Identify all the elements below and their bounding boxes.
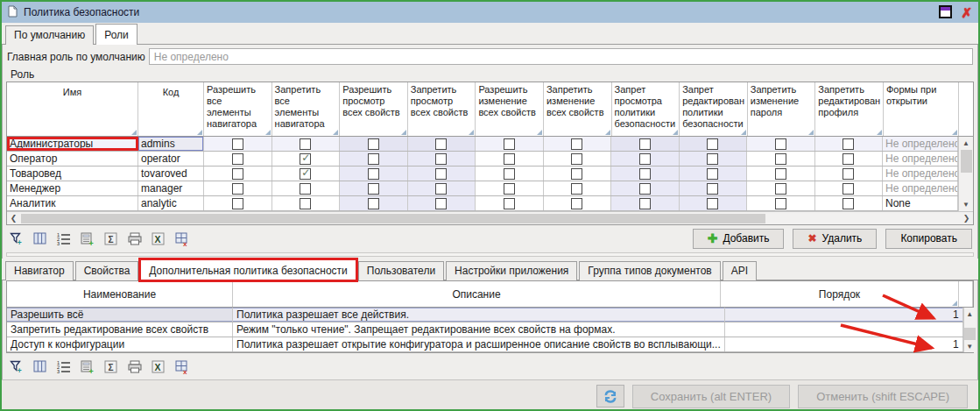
checkbox[interactable] <box>571 153 582 165</box>
checkbox[interactable] <box>300 138 311 150</box>
checkbox-cell[interactable] <box>611 137 680 151</box>
delete-button[interactable]: ✖Удалить <box>793 229 877 249</box>
export-excel-icon[interactable]: X <box>150 230 167 246</box>
policy-order-cell[interactable]: 1 <box>725 337 963 351</box>
checkbox[interactable] <box>843 138 854 150</box>
checkbox[interactable] <box>843 183 854 195</box>
checkbox-cell[interactable] <box>544 181 612 195</box>
column-header[interactable]: Разрешить все элементы навигатора <box>204 82 272 136</box>
checkbox[interactable] <box>232 183 243 195</box>
checkbox[interactable] <box>639 183 651 195</box>
policy-name-cell[interactable]: Разрешить всё <box>7 308 233 322</box>
policy-description-cell[interactable]: Политика разрешает все действия. <box>233 308 725 322</box>
checkbox-cell[interactable] <box>544 152 612 166</box>
checkbox[interactable] <box>639 198 651 209</box>
checkbox[interactable] <box>368 138 379 150</box>
checkbox-cell[interactable] <box>680 152 748 166</box>
column-header[interactable]: Запретить все элементы навигатора <box>272 82 341 136</box>
checkbox-cell[interactable] <box>815 181 884 195</box>
cancel-button[interactable]: Отменить (shift ESCAPE) <box>798 385 968 408</box>
checkbox[interactable] <box>300 183 311 195</box>
checkbox[interactable] <box>232 138 243 150</box>
checkbox-cell[interactable] <box>204 152 272 166</box>
export-excel-icon[interactable]: X <box>150 358 167 374</box>
checkbox[interactable] <box>300 168 311 180</box>
checkbox-cell[interactable] <box>611 152 680 166</box>
remove-columns-icon[interactable]: x <box>173 358 191 374</box>
scroll-down-icon[interactable]: ▼ <box>964 340 976 353</box>
table-row[interactable]: МенеджерmanagerНе определено <box>7 181 958 196</box>
main-role-input[interactable] <box>149 48 973 65</box>
tab-0[interactable]: Навигатор <box>5 261 74 280</box>
checkbox[interactable] <box>843 198 854 209</box>
checkbox-cell[interactable] <box>815 167 884 181</box>
checkbox-cell[interactable] <box>815 152 884 166</box>
checkbox-cell[interactable] <box>340 137 408 151</box>
checkbox-cell[interactable] <box>408 167 476 181</box>
checkbox-cell[interactable] <box>611 196 680 210</box>
roles-vertical-scrollbar[interactable]: ▲ ▼ <box>958 137 973 211</box>
tab-1[interactable]: Свойства <box>75 261 139 280</box>
checkbox-cell[interactable] <box>272 152 341 166</box>
table-row[interactable]: Разрешить всёПолитика разрешает все дейс… <box>7 308 963 322</box>
role-name-cell[interactable]: Аналитик <box>7 196 138 210</box>
sum-icon[interactable]: Σ <box>102 358 120 374</box>
column-header[interactable]: Запретить изменение пароля <box>748 82 816 136</box>
checkbox[interactable] <box>571 183 582 195</box>
column-header[interactable]: Описание <box>233 281 721 307</box>
checkbox-cell[interactable] <box>340 167 408 181</box>
policy-name-cell[interactable]: Запретить редактирование всех свойств <box>7 322 233 337</box>
checkbox[interactable] <box>232 168 243 180</box>
scroll-left-icon[interactable]: ❮ <box>7 212 20 224</box>
maximize-icon[interactable] <box>939 7 952 18</box>
scroll-thumb[interactable] <box>961 150 972 173</box>
column-header[interactable]: Код <box>138 82 204 136</box>
tab-1[interactable]: Роли <box>95 24 137 45</box>
checkbox[interactable] <box>571 138 582 150</box>
checkbox[interactable] <box>707 198 718 209</box>
checkbox-cell[interactable] <box>340 196 408 210</box>
checkbox-cell[interactable] <box>747 196 815 210</box>
checkbox[interactable] <box>435 168 447 180</box>
checkbox[interactable] <box>843 153 854 165</box>
checkbox-cell[interactable] <box>611 167 680 181</box>
checkbox-cell[interactable] <box>544 137 612 151</box>
checkbox[interactable] <box>775 153 786 165</box>
checkbox[interactable] <box>707 183 718 195</box>
column-settings-icon[interactable] <box>32 230 49 246</box>
forms-cell[interactable]: Не определено <box>883 181 958 195</box>
policy-name-cell[interactable]: Доступ к конфигурации <box>7 337 233 351</box>
numbered-list-icon[interactable]: 123 <box>55 230 73 246</box>
checkbox-cell[interactable] <box>611 181 680 195</box>
close-icon[interactable]: ✗ <box>961 6 972 19</box>
checkbox-cell[interactable] <box>204 137 272 151</box>
checkbox-cell[interactable] <box>272 167 341 181</box>
calculator-add-icon[interactable]: + <box>79 358 96 374</box>
column-header[interactable]: Имя <box>7 82 138 136</box>
checkbox[interactable] <box>639 138 651 150</box>
checkbox-cell[interactable] <box>408 181 476 195</box>
column-header[interactable]: Порядок <box>721 281 959 307</box>
checkbox-cell[interactable] <box>204 181 272 195</box>
scroll-down-icon[interactable]: ▼ <box>959 198 973 211</box>
role-code-cell[interactable]: manager <box>138 181 204 195</box>
filter-add-icon[interactable]: + <box>8 358 25 374</box>
refresh-button[interactable] <box>596 385 624 407</box>
checkbox[interactable] <box>232 198 243 209</box>
column-header[interactable]: Запрет редактирован политики безопасност… <box>680 82 748 136</box>
checkbox[interactable] <box>707 153 718 165</box>
column-header[interactable]: Наименование <box>7 281 233 307</box>
checkbox[interactable] <box>368 183 379 195</box>
checkbox-cell[interactable] <box>680 167 748 181</box>
policy-description-cell[interactable]: Политика разрешает открытие конфигуратор… <box>233 337 725 351</box>
role-name-cell[interactable]: Менеджер <box>7 181 138 195</box>
scroll-up-icon[interactable]: ▲ <box>964 308 976 321</box>
role-code-cell[interactable]: admins <box>138 137 204 151</box>
column-header[interactable]: Разрешить просмотр всех свойств <box>340 82 408 136</box>
checkbox-cell[interactable] <box>408 137 476 151</box>
checkbox-cell[interactable] <box>680 137 748 151</box>
checkbox-cell[interactable] <box>272 181 341 195</box>
checkbox[interactable] <box>775 138 786 150</box>
checkbox[interactable] <box>775 168 786 180</box>
column-header[interactable]: Разрешить изменение всех свойств <box>476 82 544 136</box>
